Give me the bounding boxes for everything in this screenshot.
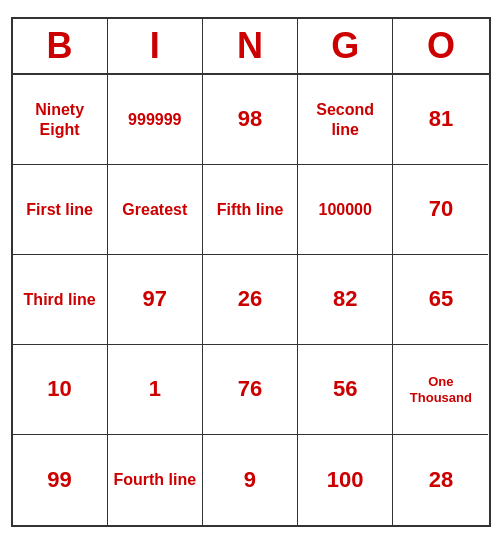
bingo-header: BINGO <box>13 19 489 75</box>
bingo-cell: One Thousand <box>393 345 488 435</box>
bingo-cell: 10 <box>13 345 108 435</box>
header-letter: G <box>298 19 393 73</box>
bingo-card: BINGO Ninety Eight99999998Second line81F… <box>11 17 491 527</box>
bingo-grid: Ninety Eight99999998Second line81First l… <box>13 75 489 525</box>
bingo-cell: Fifth line <box>203 165 298 255</box>
bingo-cell: Fourth line <box>108 435 203 525</box>
header-letter: B <box>13 19 108 73</box>
header-letter: I <box>108 19 203 73</box>
bingo-cell: 999999 <box>108 75 203 165</box>
bingo-cell: 1 <box>108 345 203 435</box>
bingo-cell: 26 <box>203 255 298 345</box>
bingo-cell: 76 <box>203 345 298 435</box>
header-letter: O <box>393 19 488 73</box>
bingo-cell: 100 <box>298 435 393 525</box>
bingo-cell: 9 <box>203 435 298 525</box>
bingo-cell: 100000 <box>298 165 393 255</box>
bingo-cell: 56 <box>298 345 393 435</box>
header-letter: N <box>203 19 298 73</box>
bingo-cell: 28 <box>393 435 488 525</box>
bingo-cell: First line <box>13 165 108 255</box>
bingo-cell: Second line <box>298 75 393 165</box>
bingo-cell: 65 <box>393 255 488 345</box>
bingo-cell: 70 <box>393 165 488 255</box>
bingo-cell: 99 <box>13 435 108 525</box>
bingo-cell: 97 <box>108 255 203 345</box>
bingo-cell: 81 <box>393 75 488 165</box>
bingo-cell: 82 <box>298 255 393 345</box>
bingo-cell: Greatest <box>108 165 203 255</box>
bingo-cell: 98 <box>203 75 298 165</box>
bingo-cell: Third line <box>13 255 108 345</box>
bingo-cell: Ninety Eight <box>13 75 108 165</box>
